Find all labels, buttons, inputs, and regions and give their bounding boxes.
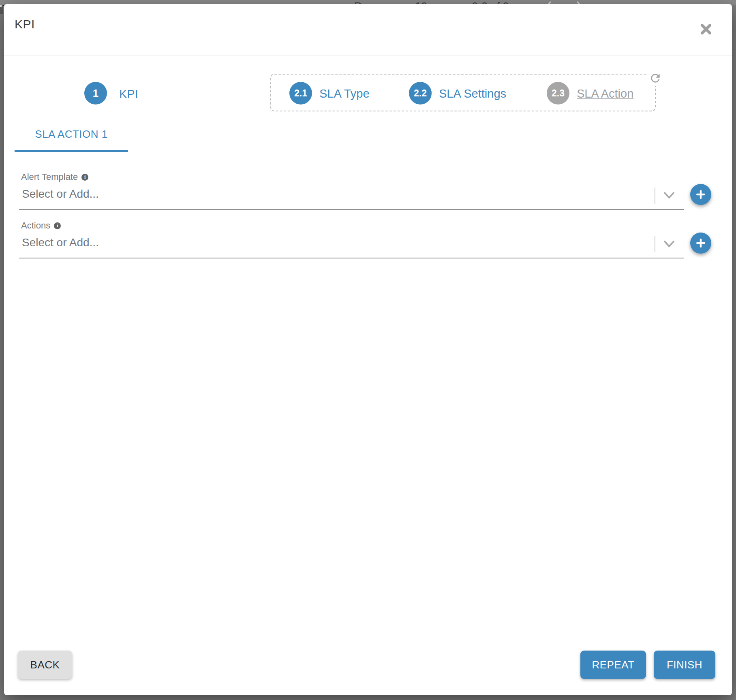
repeat-button[interactable]: REPEAT — [580, 651, 646, 679]
tab-sla-action-1[interactable]: SLA ACTION 1 — [15, 126, 128, 152]
chevron-down-icon — [663, 192, 675, 200]
header-divider — [4, 55, 732, 55]
step-number: 2.1 — [294, 88, 307, 99]
field-separator — [655, 236, 655, 252]
repeat-steps-button[interactable] — [647, 70, 663, 86]
add-action-button[interactable] — [690, 233, 711, 254]
tab-label: SLA ACTION 1 — [35, 128, 107, 141]
step-number: 2.3 — [552, 88, 565, 99]
alert-template-label: Alert Template — [21, 172, 88, 182]
info-icon[interactable] — [81, 174, 88, 181]
plus-icon — [695, 189, 706, 200]
field-underline — [19, 209, 684, 210]
step-2-2-circle[interactable]: 2.2 — [409, 82, 432, 105]
actions-select[interactable] — [21, 233, 645, 252]
step-2-3-label[interactable]: SLA Action — [577, 87, 633, 100]
actions-dropdown-button[interactable] — [661, 237, 677, 251]
sla-steps-group: 2.1 SLA Type 2.2 SLA Settings 2.3 SLA Ac… — [270, 74, 656, 111]
step-number: 1 — [93, 87, 98, 100]
finish-button[interactable]: FINISH — [654, 651, 715, 679]
close-button[interactable] — [697, 20, 715, 38]
step-1-label[interactable]: KPI — [119, 88, 138, 101]
tab-active-indicator — [15, 150, 128, 152]
add-alert-template-button[interactable] — [690, 184, 711, 205]
alert-template-select[interactable] — [21, 185, 645, 203]
actions-label: Actions — [21, 220, 61, 231]
refresh-icon — [649, 72, 662, 85]
chevron-down-icon — [663, 240, 675, 248]
field-underline — [19, 258, 684, 258]
alert-template-dropdown-button[interactable] — [661, 189, 677, 203]
close-icon — [698, 21, 714, 37]
field-separator — [655, 188, 655, 204]
plus-icon — [695, 237, 706, 249]
step-2-2-label[interactable]: SLA Settings — [439, 87, 506, 100]
step-2-1-circle[interactable]: 2.1 — [289, 82, 312, 105]
step-2-1-label[interactable]: SLA Type — [319, 87, 370, 100]
info-icon[interactable] — [54, 222, 61, 229]
field-label-text: Actions — [21, 220, 50, 231]
kpi-dialog: KPI 1 KPI 2.1 SLA Type 2.2 SLA Settings … — [4, 4, 732, 695]
step-1-circle[interactable]: 1 — [84, 82, 107, 105]
step-number: 2.2 — [414, 88, 427, 99]
back-button[interactable]: BACK — [18, 651, 72, 679]
step-2-3-circle[interactable]: 2.3 — [547, 82, 569, 105]
dialog-title: KPI — [15, 17, 35, 31]
field-label-text: Alert Template — [21, 172, 78, 182]
